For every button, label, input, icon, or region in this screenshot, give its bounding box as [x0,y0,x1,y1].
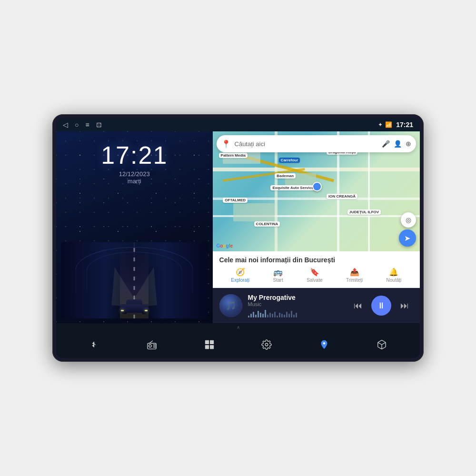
map-label-colentina: COLENTINA [254,221,280,227]
wave-bar-18 [291,311,292,317]
wave-bar-15 [284,315,285,317]
svg-rect-7 [205,345,208,349]
music-subtitle: Music [248,301,344,307]
info-banner: Cele mai noi informații din București 🧭 … [213,251,420,288]
nav-bluetooth[interactable] [89,339,99,350]
map-label-exquisite: Exquisite Auto Services [270,185,317,190]
tab-start-label: Start [273,278,283,283]
device: ◁ ○ ≡ ⊡ ✦ 📶 17:21 17:21 12/12/2023 [52,114,424,362]
left-panel: 17:21 12/12/2023 marți [56,131,213,323]
next-button[interactable]: ⏭ [396,297,413,314]
layers-icon[interactable]: ⊕ [406,140,411,148]
google-logo: Google [217,243,233,248]
tunnel-visual [61,242,208,318]
clock-date: 12/12/2023 [101,170,168,178]
bus-icon: 🚌 [273,268,283,277]
nav-settings[interactable] [261,339,272,350]
map-label-bademan: Bademan [275,173,296,178]
tab-noutati-label: Noutăți [387,278,402,283]
menu-icon[interactable]: ≡ [85,121,89,129]
nav-chevron-bar: ∧ [56,323,420,331]
bluetooth-status-icon: ✦ [378,121,383,128]
wave-bar-19 [293,315,295,317]
map-navigate-button[interactable]: ➤ [399,229,416,247]
status-time: 17:21 [396,121,413,129]
home-icon[interactable]: ○ [75,121,79,129]
wave-bar-10 [272,314,273,317]
play-pause-button[interactable]: ⏸ [371,296,391,316]
svg-rect-5 [205,340,208,344]
nav-3d[interactable] [377,339,387,350]
map-search-actions: 🎤 👤 ⊕ [382,140,411,148]
svg-rect-6 [210,340,214,344]
wave-bar-14 [281,314,283,317]
tab-start[interactable]: 🚌 Start [273,268,283,283]
cube-icon [377,339,387,350]
wave-bar-16 [286,312,288,317]
car-silhouette [120,299,149,313]
prev-button[interactable]: ⏮ [349,297,367,314]
wave-bar-13 [279,313,280,317]
tab-trimiteti-label: Trimiteți [346,278,363,283]
music-controls: ⏮ ⏸ ⏭ [349,296,413,316]
bell-icon: 🔔 [389,268,398,277]
wave-bar-8 [267,315,268,317]
map-label-judet: JUDEȚUL ILFOV [347,209,381,215]
settings-icon [261,339,272,350]
clock-time: 17:21 [101,141,168,169]
tab-salvate-label: Salvate [307,278,322,283]
tab-trimiteti[interactable]: 📤 Trimiteți [346,268,363,283]
map-search-text[interactable]: Căutați aici [235,140,378,148]
chevron-up-icon[interactable]: ∧ [237,325,240,330]
status-bar-right: ✦ 📶 17:21 [378,121,413,129]
music-info: My Prerogative Music [248,294,344,317]
map-label-oftalmed: OFTALMED [223,198,248,203]
info-tabs: 🧭 Explorați 🚌 Start 🔖 Salvate 📤 [219,268,413,283]
map-block3 [233,203,275,221]
account-icon[interactable]: 👤 [394,140,402,148]
wave-bar-0 [248,316,249,317]
wifi-status-icon: 📶 [385,121,392,128]
microphone-icon[interactable]: 🎤 [382,140,390,148]
map-label-pattern: Pattern Media [219,153,248,158]
wave-bar-7 [265,310,266,317]
wave-bar-9 [269,313,271,317]
wave-bar-4 [258,311,259,317]
tab-salvate[interactable]: 🔖 Salvate [307,268,322,283]
nav-maps[interactable] [319,339,329,350]
bottom-nav [56,331,420,358]
info-banner-title: Cele mai noi informații din București [219,256,413,264]
status-bar-left: ◁ ○ ≡ ⊡ [63,121,102,129]
map-section[interactable]: Pattern Media Carrefour Dragonul Roșu Ba… [213,131,420,251]
map-search-bar[interactable]: 📍 Căutați aici 🎤 👤 ⊕ [217,135,416,152]
google-maps-pin-icon: 📍 [221,139,231,149]
car-tunnel-area [61,189,208,318]
svg-point-1 [149,345,152,347]
tab-noutati[interactable]: 🔔 Noutăți [387,268,402,283]
share-icon: 📤 [350,268,359,277]
apps-icon [204,339,215,350]
status-bar: ◁ ○ ≡ ⊡ ✦ 📶 17:21 [56,118,420,131]
right-panel: Pattern Media Carrefour Dragonul Roșu Ba… [213,131,420,323]
screenshot-icon[interactable]: ⊡ [96,121,102,129]
music-title: My Prerogative [248,294,344,301]
wave-bar-17 [288,314,290,317]
nav-radio[interactable] [147,339,157,350]
clock-day: marți [101,178,168,185]
wave-bar-6 [262,314,264,317]
bookmark-icon: 🔖 [310,268,319,277]
back-icon[interactable]: ◁ [63,121,68,129]
svg-rect-8 [210,345,214,349]
wave-bar-20 [296,313,297,317]
nav-apps[interactable] [204,339,215,350]
wave-bar-12 [277,316,278,317]
tab-explorati[interactable]: 🧭 Explorați [231,268,249,283]
map-location-button[interactable]: ◎ [401,212,416,228]
wave-bar-2 [253,312,254,317]
road-h1 [213,168,420,171]
album-art: 🎵 [219,294,242,317]
main-content: 17:21 12/12/2023 marți [56,131,420,323]
clock-display: 17:21 12/12/2023 marți [101,141,168,185]
music-player: 🎵 My Prerogative Music ⏮ ⏸ ⏭ [213,288,420,323]
wave-bar-11 [274,312,276,317]
